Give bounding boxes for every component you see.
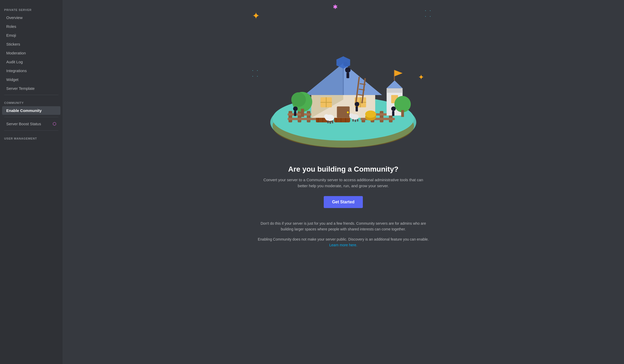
svg-rect-60 <box>355 120 356 122</box>
svg-rect-66 <box>356 106 358 111</box>
sidebar-divider-3 <box>4 130 58 131</box>
boost-icon: ⬡ <box>53 121 56 126</box>
svg-point-48 <box>291 92 306 107</box>
svg-point-35 <box>347 111 349 113</box>
svg-marker-43 <box>387 80 402 88</box>
main-content: ✦ ✱ ✦ · ·· · · ·· · <box>63 0 624 364</box>
sidebar-item-stickers[interactable]: Stickers <box>2 40 60 48</box>
svg-point-50 <box>394 96 411 112</box>
svg-rect-11 <box>380 111 383 122</box>
svg-rect-59 <box>352 119 354 122</box>
sidebar-section-private-server: PRIVATE SERVER <box>0 4 63 13</box>
svg-point-69 <box>391 106 396 111</box>
svg-rect-5 <box>307 111 310 122</box>
sidebar-item-integrations[interactable]: Integrations <box>2 66 60 75</box>
sidebar-item-server-template[interactable]: Server Template <box>2 84 60 93</box>
star-pink-top-center-icon: ✱ <box>333 4 338 10</box>
svg-marker-46 <box>394 70 403 77</box>
svg-point-67 <box>293 106 298 111</box>
disclaimer-text-2: Enabling Community does not make your se… <box>255 236 432 248</box>
sidebar-item-overview[interactable]: Overview <box>2 13 60 22</box>
svg-rect-51 <box>401 110 404 117</box>
svg-marker-26 <box>304 63 343 95</box>
svg-point-58 <box>349 113 354 118</box>
svg-marker-73 <box>337 56 350 68</box>
svg-point-65 <box>355 102 359 106</box>
svg-rect-68 <box>294 111 296 116</box>
sidebar-item-moderation[interactable]: Moderation <box>2 49 60 57</box>
star-yellow-right-icon: ✦ <box>418 73 424 81</box>
get-started-button[interactable]: Get Started <box>324 196 363 208</box>
disclaimer-text-1: Don't do this if your server is just for… <box>255 221 432 232</box>
page-heading: Are you building a Community? <box>288 165 398 173</box>
sidebar-item-emoji[interactable]: Emoji <box>2 31 60 40</box>
svg-point-62 <box>345 67 351 73</box>
star-yellow-top-left-icon: ✦ <box>252 10 260 21</box>
learn-more-link[interactable]: Learn more here. <box>329 243 357 247</box>
sidebar-item-roles[interactable]: Roles <box>2 22 60 31</box>
sidebar: PRIVATE SERVER Overview Roles Emoji Stic… <box>0 0 63 364</box>
content-area: ✦ ✱ ✦ · ·· · · ·· · <box>247 0 440 268</box>
svg-rect-42 <box>387 88 402 93</box>
svg-rect-70 <box>392 111 394 116</box>
svg-rect-4 <box>298 111 301 122</box>
dots-top-right-icon: · ·· · <box>425 8 432 19</box>
svg-rect-3 <box>289 111 292 122</box>
sidebar-item-widget[interactable]: Widget <box>2 75 60 84</box>
sidebar-item-enable-community[interactable]: Enable Community <box>2 106 60 115</box>
sidebar-divider-1 <box>4 95 58 95</box>
dots-left-mid-icon: · ·· · <box>252 68 259 79</box>
page-subtext: Convert your server to a Community serve… <box>262 177 424 189</box>
svg-rect-49 <box>301 109 304 117</box>
svg-rect-55 <box>330 121 331 124</box>
sidebar-divider-2 <box>4 117 58 117</box>
svg-point-72 <box>365 111 376 118</box>
sidebar-section-user-management: USER MANAGEMENT <box>0 133 63 142</box>
sidebar-item-server-boost-status[interactable]: Server Boost Status ⬡ <box>2 119 60 128</box>
illustration-container <box>252 13 435 159</box>
svg-point-53 <box>324 114 329 119</box>
svg-rect-63 <box>346 73 349 78</box>
village-illustration <box>252 13 435 159</box>
sidebar-section-community: COMMUNITY <box>0 97 63 106</box>
sidebar-item-audit-log[interactable]: Audit Log <box>2 58 60 66</box>
svg-rect-56 <box>332 121 333 123</box>
svg-rect-54 <box>327 121 329 123</box>
svg-rect-61 <box>357 119 358 122</box>
